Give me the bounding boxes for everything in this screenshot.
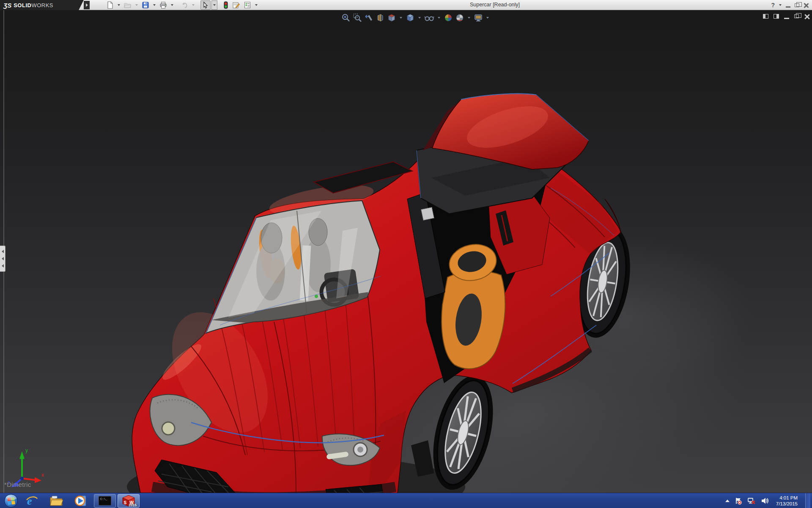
network-error-icon[interactable]	[747, 497, 756, 505]
menu-flyout-arrow[interactable]	[84, 1, 90, 9]
section-view-icon	[376, 13, 385, 22]
display-style-button[interactable]	[405, 13, 415, 23]
pane-toggle-left-icon[interactable]	[763, 14, 768, 19]
rebuild-trafficlight-icon	[223, 1, 229, 9]
doc-minimize-button[interactable]	[784, 18, 789, 19]
edit-appearance-icon	[444, 13, 453, 22]
window-title: Supercar [Read-only]	[440, 2, 550, 8]
hide-show-items-dropdown[interactable]	[438, 17, 440, 19]
hide-show-items-icon	[424, 13, 434, 22]
select-cursor-icon	[202, 1, 209, 9]
taskbar-media-player[interactable]	[69, 493, 93, 508]
volume-icon[interactable]	[761, 497, 769, 505]
pane-toggle-right-icon[interactable]	[774, 14, 779, 19]
taskbar-clock[interactable]: 4:01 PM 7/13/2015	[776, 495, 798, 507]
restore-button[interactable]	[795, 3, 799, 7]
doc-close-button[interactable]	[804, 14, 809, 19]
options-dropdown[interactable]	[253, 0, 259, 10]
help-button[interactable]: ?	[771, 2, 775, 8]
help-dropdown[interactable]	[779, 4, 782, 6]
zoom-to-area-icon	[353, 13, 362, 22]
open-dropdown[interactable]	[134, 0, 140, 10]
taskbar-solidworks-2015[interactable]: S W 2015	[118, 494, 140, 508]
file-explorer-icon	[49, 495, 63, 507]
view-orientation-button[interactable]	[387, 13, 397, 23]
view-orientation-label: *Dimetric	[4, 481, 31, 488]
options-checklist-icon	[244, 1, 251, 9]
solidworks-logo: ƷS SOLIDWORKS	[0, 0, 84, 10]
display-style-icon	[406, 13, 415, 22]
new-document-icon	[106, 1, 114, 9]
headsup-view-toolbar	[341, 13, 491, 23]
doc-restore-button[interactable]	[794, 14, 799, 18]
windows-taskbar: e C:\_	[0, 493, 812, 508]
apply-scene-button[interactable]	[455, 13, 465, 23]
zoom-to-area-button[interactable]	[352, 13, 362, 23]
zoom-to-fit-button[interactable]	[341, 13, 351, 23]
action-center-flag-icon[interactable]	[735, 497, 742, 505]
taskbar-internet-explorer[interactable]: e	[19, 493, 44, 508]
show-hidden-icons-button[interactable]	[725, 500, 730, 502]
solidworks-window: ƷS SOLIDWORKS	[0, 0, 812, 508]
select-dropdown[interactable]	[211, 0, 217, 10]
save-floppy-icon	[142, 1, 149, 9]
view-settings-button[interactable]	[473, 13, 483, 23]
section-view-button[interactable]	[375, 13, 385, 23]
apply-scene-dropdown[interactable]	[468, 17, 470, 19]
svg-text:S: S	[124, 500, 127, 505]
view-settings-icon	[474, 13, 483, 22]
save-dropdown[interactable]	[151, 0, 157, 10]
display-style-dropdown[interactable]	[418, 17, 421, 19]
clock-time: 4:01 PM	[776, 495, 798, 501]
taskbar-file-explorer[interactable]	[44, 493, 69, 508]
undo-button[interactable]	[179, 0, 189, 10]
featuremanager-collapsed-tab[interactable]	[0, 246, 5, 272]
file-properties-icon	[232, 1, 240, 9]
undo-dropdown[interactable]	[190, 0, 196, 10]
solidworks-2015-icon: S W 2015	[121, 495, 136, 507]
clock-date: 7/13/2015	[776, 501, 798, 507]
print-icon	[159, 1, 167, 9]
apply-scene-icon	[455, 13, 464, 22]
view-settings-dropdown[interactable]	[486, 17, 489, 19]
document-window-controls	[763, 14, 809, 19]
hide-show-items-button[interactable]	[424, 13, 435, 23]
close-button[interactable]	[804, 3, 809, 8]
minimize-button[interactable]	[786, 6, 790, 8]
new-document-button[interactable]	[105, 0, 115, 10]
windows-logo-icon	[4, 494, 18, 508]
start-button[interactable]	[3, 493, 19, 508]
standard-toolbar	[105, 0, 259, 10]
graphics-viewport[interactable]: y x z *Dimetric	[0, 10, 812, 493]
save-button[interactable]	[140, 0, 151, 10]
print-button[interactable]	[158, 0, 168, 10]
new-document-dropdown[interactable]	[116, 0, 122, 10]
open-folder-icon	[124, 1, 132, 9]
zoom-to-fit-icon	[341, 13, 351, 22]
file-properties-button[interactable]	[231, 0, 241, 10]
view-orientation-icon	[387, 13, 396, 22]
3d-model-supercar[interactable]	[0, 10, 812, 493]
options-button[interactable]	[242, 0, 252, 10]
previous-view-button[interactable]	[364, 13, 374, 23]
view-orientation-dropdown[interactable]	[400, 17, 402, 19]
rebuild-button[interactable]	[222, 0, 230, 10]
logo-3ds-glyph: ƷS	[3, 2, 11, 9]
command-prompt-icon: C:\_	[99, 496, 111, 505]
internet-explorer-icon: e	[25, 494, 38, 507]
edit-appearance-button[interactable]	[443, 13, 453, 23]
svg-text:y: y	[25, 447, 28, 453]
svg-text:x: x	[41, 472, 44, 478]
show-desktop-button[interactable]	[805, 493, 810, 508]
print-dropdown[interactable]	[169, 0, 175, 10]
interior-seat	[442, 240, 505, 369]
select-button[interactable]	[200, 0, 211, 10]
media-player-icon	[74, 494, 87, 507]
open-button[interactable]	[123, 0, 133, 10]
system-tray: 4:01 PM 7/13/2015	[725, 493, 812, 508]
undo-icon	[181, 1, 188, 9]
previous-view-icon	[364, 13, 373, 22]
titlebar: ƷS SOLIDWORKS	[0, 0, 812, 10]
taskbar-command-prompt[interactable]: C:\_	[94, 494, 116, 508]
